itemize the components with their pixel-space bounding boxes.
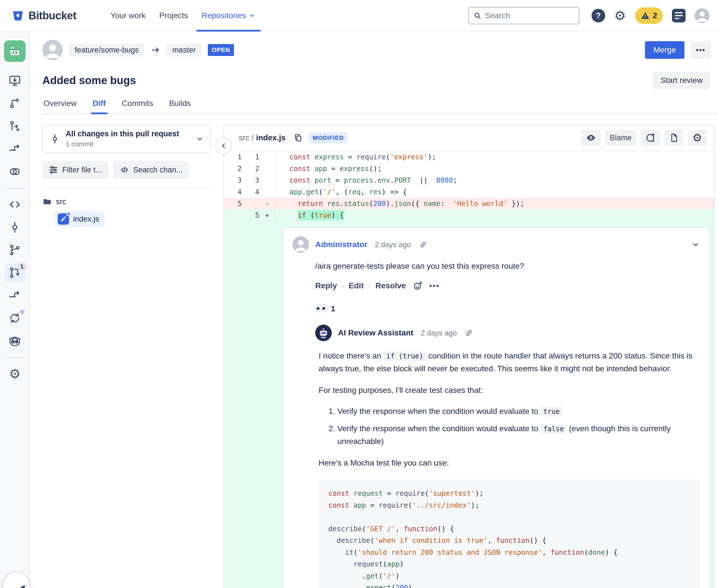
sidebar-security-owl-icon[interactable] (4, 332, 25, 350)
nav-item-label: Your work (110, 11, 146, 20)
sidebar-settings-gear-icon[interactable]: ⚙ (4, 365, 25, 383)
copy-path-icon[interactable] (294, 133, 303, 142)
add-reaction-icon[interactable] (413, 281, 423, 291)
diff-line[interactable]: 5+ if (true) { (224, 209, 714, 221)
chevron-down-icon (249, 12, 255, 19)
old-line-number[interactable]: 1 (224, 153, 242, 161)
gear-icon[interactable]: ⚙ (614, 9, 626, 22)
sidebar-commits-icon[interactable] (4, 218, 25, 236)
code-line: describe('when if condition is true', fu… (328, 534, 690, 547)
diff-scope-selector[interactable]: All changes in this pull request 1 commi… (42, 124, 211, 153)
edit-action[interactable]: Edit (349, 281, 364, 290)
sidebar-deployments-icon[interactable] (4, 286, 25, 304)
diff-line-content: const express = require('express'); (275, 151, 714, 163)
diff-line[interactable]: 5- return res.status(200).json({ name: '… (224, 198, 714, 209)
old-line-number[interactable]: 4 (224, 188, 242, 196)
text-run: Verify the response when the condition w… (337, 424, 540, 433)
warnings-button[interactable]: 2 (635, 7, 663, 24)
new-line-number[interactable]: 4 (242, 188, 259, 196)
sidebar-pipeline-icon[interactable] (4, 140, 25, 158)
permalink-icon[interactable] (419, 240, 428, 249)
target-branch-chip[interactable]: master (167, 43, 202, 57)
reply-paragraph: For testing purposes, I'll create test c… (319, 384, 700, 397)
view-source-file-button[interactable] (664, 130, 683, 146)
diff-line-content: const app = express(); (275, 163, 714, 174)
help-icon[interactable]: ? (592, 9, 605, 22)
reply-author[interactable]: AI Review Assistant (338, 328, 413, 337)
diff-line[interactable]: 11const express = require('express'); (224, 151, 714, 163)
user-avatar[interactable] (695, 8, 710, 23)
comment-more-button[interactable]: ••• (429, 281, 439, 290)
floating-widget[interactable] (3, 573, 29, 588)
reaction-pill[interactable]: 1 (315, 304, 700, 313)
search-input[interactable] (485, 11, 574, 20)
tree-folder-src[interactable]: src (42, 195, 211, 208)
collapse-diff-button[interactable] (216, 138, 232, 154)
reply-list-item: Verify the response when the condition w… (337, 405, 700, 418)
tab-overview[interactable]: Overview (43, 99, 77, 108)
sidebar-pipelines-icon[interactable] (4, 309, 25, 327)
warning-triangle-icon (641, 11, 650, 20)
diff-line-content: const port = process.env.PORT || 8080; (275, 174, 714, 186)
file-name: index.js (256, 133, 286, 142)
merge-button[interactable]: Merge (645, 41, 684, 59)
reply-action[interactable]: Reply (315, 281, 337, 290)
blame-button[interactable]: Blame (605, 130, 636, 146)
sidebar-create-pr-icon[interactable] (4, 117, 25, 135)
sidebar-compare-icon[interactable] (4, 163, 25, 181)
sidebar-clone-icon[interactable] (4, 71, 25, 90)
sidebar-pull-requests-icon[interactable]: 1 (4, 264, 25, 282)
reaction-count: 1 (331, 304, 335, 313)
tab-commits[interactable]: Commits (122, 99, 153, 108)
sidebar-source-icon[interactable] (4, 195, 25, 214)
bitbucket-logo[interactable]: Bitbucket (12, 9, 77, 22)
view-file-eye-button[interactable] (581, 130, 601, 146)
pr-more-button[interactable]: ••• (691, 41, 711, 59)
global-search[interactable] (468, 7, 579, 24)
folder-icon (42, 197, 52, 207)
new-line-number[interactable]: 3 (242, 176, 259, 184)
pr-tabs: OverviewDiffCommitsBuilds (42, 99, 718, 114)
search-changes-button[interactable]: Search chan... (114, 161, 189, 179)
tab-builds[interactable]: Builds (169, 99, 191, 108)
start-review-button[interactable]: Start review (653, 71, 711, 89)
old-line-number[interactable]: 2 (224, 165, 242, 173)
filter-file-tree-button[interactable]: Filter file t... (42, 161, 108, 179)
old-line-number[interactable]: 3 (224, 176, 242, 184)
diff-line-content: if (true) { (275, 209, 714, 221)
sidebar-create-branch-icon[interactable] (4, 94, 25, 112)
new-line-number[interactable]: 1 (242, 153, 259, 161)
diff-line[interactable]: 44app.get('/', (req, res) => { (224, 186, 714, 198)
new-line-number[interactable]: 5 (242, 211, 259, 219)
folder-label: src (56, 197, 66, 206)
file-label: index.js (73, 215, 99, 224)
tree-file-indexjs[interactable]: index.js (55, 211, 104, 227)
diff-line[interactable]: 22const app = express(); (224, 163, 714, 174)
diff-line[interactable]: 33const port = process.env.PORT || 8080; (224, 174, 714, 186)
source-branch-chip[interactable]: feature/some-bugs (69, 43, 144, 57)
diff-settings-gear-icon[interactable]: ⚙ (688, 130, 706, 146)
resolve-action[interactable]: Resolve (375, 281, 406, 290)
comment-reply: AI Review Assistant 2 days ago I notice … (315, 325, 700, 588)
repository-avatar-icon[interactable] (4, 40, 25, 62)
file-breadcrumb: src / index.js (239, 133, 286, 142)
old-line-number[interactable]: 5 (224, 200, 242, 208)
reply-list: Verify the response when the condition w… (319, 405, 700, 448)
add-comment-button[interactable] (641, 130, 660, 146)
modified-file-icon (58, 213, 69, 225)
sidebar-divider (6, 357, 23, 358)
pr-title: Added some bugs (42, 75, 136, 87)
comment-author-link[interactable]: Administrator (315, 240, 368, 249)
feedback-icon[interactable] (672, 9, 685, 22)
pr-count-badge: 1 (17, 262, 27, 270)
permalink-icon[interactable] (465, 329, 473, 337)
collapse-thread-chevron-icon[interactable] (691, 240, 700, 249)
nav-item-repositories[interactable]: Repositories (195, 0, 262, 31)
nav-item-projects[interactable]: Projects (152, 0, 195, 31)
scope-title: All changes in this pull request (66, 129, 179, 138)
tab-diff[interactable]: Diff (93, 99, 106, 108)
sidebar-branches-icon[interactable] (4, 241, 25, 259)
code-line: const request = require('supertest'); (328, 487, 690, 499)
new-line-number[interactable]: 2 (242, 165, 259, 173)
nav-item-your-work[interactable]: Your work (104, 0, 152, 31)
